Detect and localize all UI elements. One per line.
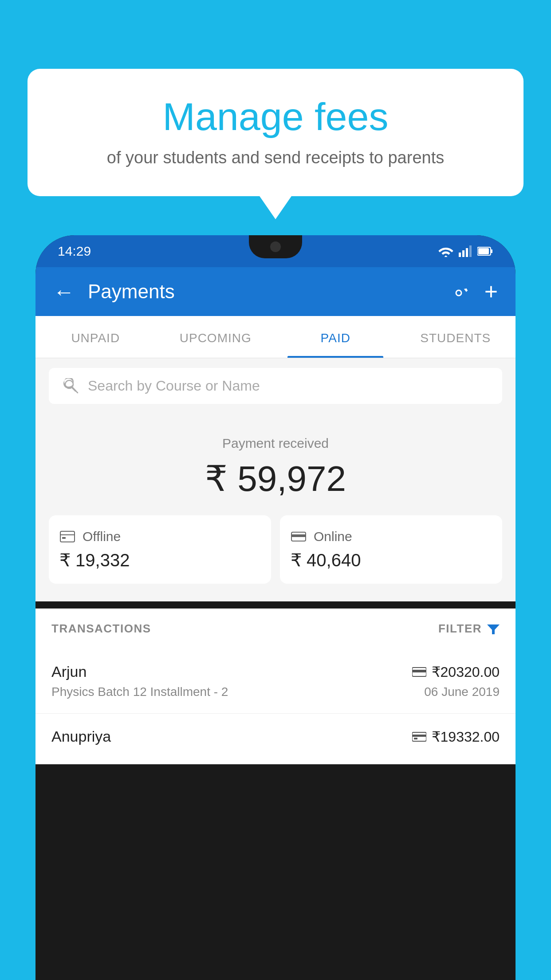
transaction-name-anupriya: Anupriya (51, 728, 111, 745)
payment-cards-row: Offline ₹ 19,332 Online ₹ 40,640 (49, 515, 502, 584)
online-label: Online (314, 529, 352, 544)
search-container: Search by Course or Name (35, 358, 516, 414)
transaction-row[interactable]: Arjun ₹20320.00 Physics Batch 12 Install… (35, 649, 516, 714)
svg-marker-14 (487, 624, 500, 634)
svg-rect-1 (462, 250, 464, 257)
filter-icon (487, 623, 500, 635)
svg-rect-18 (412, 735, 426, 737)
search-bar[interactable]: Search by Course or Name (49, 368, 502, 404)
search-icon (63, 378, 79, 394)
transaction-course-arjun: Physics Batch 12 Installment - 2 (51, 685, 228, 699)
status-time: 14:29 (58, 244, 91, 259)
transaction-row[interactable]: Anupriya ₹19332.00 (35, 714, 516, 764)
svg-rect-6 (478, 248, 489, 254)
filter-row[interactable]: FILTER (438, 622, 500, 636)
offline-payment-icon (412, 731, 426, 742)
payment-total-amount: ₹ 59,972 (49, 458, 502, 499)
phone-frame: 14:29 ← Payments (35, 235, 516, 980)
svg-rect-5 (491, 249, 492, 253)
tab-unpaid[interactable]: UNPAID (35, 316, 156, 358)
transactions-label: TRANSACTIONS (51, 622, 151, 636)
tab-upcoming[interactable]: UPCOMING (156, 316, 276, 358)
svg-rect-2 (466, 248, 468, 257)
transaction-top-arjun: Arjun ₹20320.00 (51, 663, 500, 680)
arjun-amount-row: ₹20320.00 (412, 664, 500, 680)
add-button[interactable]: + (484, 278, 498, 305)
anupriya-amount-row: ₹19332.00 (412, 728, 500, 745)
speech-bubble-container: Manage fees of your students and send re… (28, 69, 523, 196)
online-amount: ₹ 40,640 (291, 550, 492, 570)
manage-fees-subtitle: of your students and send receipts to pa… (63, 148, 488, 167)
wifi-icon (438, 245, 453, 257)
offline-icon (59, 529, 75, 545)
svg-rect-19 (414, 738, 417, 739)
online-icon (291, 529, 307, 545)
speech-bubble: Manage fees of your students and send re… (28, 69, 523, 196)
transaction-top-anupriya: Anupriya ₹19332.00 (51, 728, 500, 745)
offline-card-header: Offline (59, 529, 260, 545)
header-title: Payments (88, 281, 449, 303)
tab-paid[interactable]: PAID (276, 316, 396, 358)
tab-students[interactable]: STUDENTS (396, 316, 516, 358)
app-header: ← Payments + (35, 267, 516, 316)
status-icons (438, 245, 493, 257)
transaction-details-arjun: Physics Batch 12 Installment - 2 06 June… (51, 685, 500, 699)
svg-line-8 (72, 387, 78, 393)
signal-icon (459, 245, 472, 257)
online-card-header: Online (291, 529, 492, 545)
transaction-amount-anupriya: ₹19332.00 (432, 728, 500, 745)
tabs-container: UNPAID UPCOMING PAID STUDENTS (35, 316, 516, 358)
offline-payment-card: Offline ₹ 19,332 (49, 515, 271, 584)
transaction-date-arjun: 06 June 2019 (424, 685, 500, 699)
payment-received-section: Payment received ₹ 59,972 Offline ₹ 19,3… (35, 414, 516, 601)
online-payment-card: Online ₹ 40,640 (280, 515, 502, 584)
search-placeholder-text: Search by Course or Name (88, 378, 260, 394)
transaction-name-arjun: Arjun (51, 663, 87, 680)
transactions-header: TRANSACTIONS FILTER (35, 609, 516, 649)
settings-button[interactable] (449, 281, 468, 303)
online-payment-icon (412, 667, 426, 677)
svg-rect-0 (459, 253, 461, 257)
svg-rect-16 (412, 670, 426, 672)
svg-rect-9 (60, 531, 75, 542)
battery-icon (477, 246, 493, 256)
svg-rect-11 (62, 537, 66, 539)
camera-dot (270, 241, 281, 252)
header-icons: + (449, 278, 498, 305)
phone-notch (249, 235, 302, 258)
manage-fees-title: Manage fees (63, 95, 488, 138)
transaction-amount-arjun: ₹20320.00 (432, 664, 500, 680)
payment-received-label: Payment received (49, 436, 502, 451)
offline-amount: ₹ 19,332 (59, 550, 260, 570)
status-bar: 14:29 (35, 235, 516, 267)
svg-rect-13 (291, 534, 306, 537)
svg-rect-3 (469, 245, 472, 257)
offline-label: Offline (83, 529, 121, 544)
filter-label: FILTER (438, 622, 482, 636)
back-button[interactable]: ← (53, 280, 75, 304)
